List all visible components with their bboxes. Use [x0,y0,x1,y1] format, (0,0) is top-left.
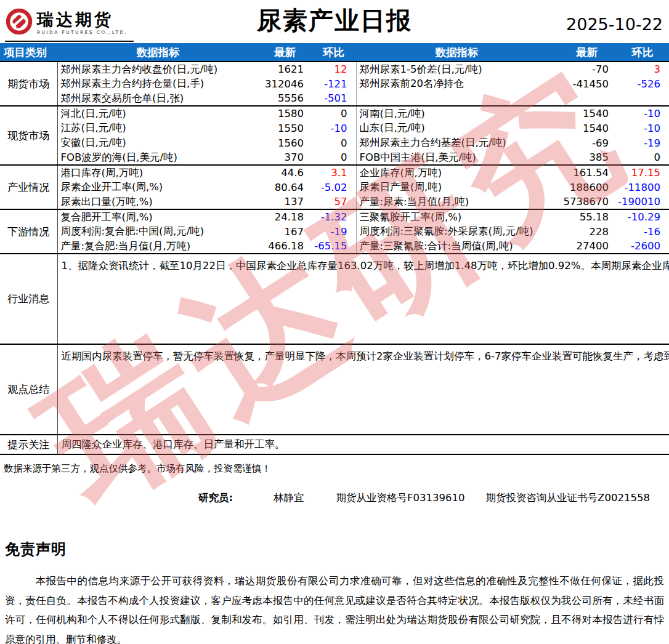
table-row: 下游情况复合肥开工率(周,%)24.18-1.32三聚氰胺开工率(周,%)55.… [0,209,669,224]
latest-value-cell: -69 [558,135,616,150]
indicator-cell: 江苏(日,元/吨) [57,121,259,135]
col-header-latest-left: 最新 [259,43,311,62]
latest-value-cell: 1621 [259,62,311,76]
latest-value-cell: 312046 [259,76,311,91]
indicator-cell: 三聚氰胺开工率(周,%) [356,209,558,224]
indicator-cell: 郑州尿素1-5价差(日,元/吨) [356,62,558,76]
col-header-latest-right: 最新 [558,43,616,62]
indicator-cell: 产量:复合肥:当月值(月,万吨) [57,239,259,254]
table-row: 期货市场郑州尿素主力合约收盘价(日,元/吨)162112郑州尿素1-5价差(日,… [0,62,669,76]
col-header-change-left: 环比 [311,43,356,62]
latest-value-cell: 228 [558,224,616,239]
category-cell: 现货市场 [0,106,57,165]
indicator-cell: 郑州尿素主力合约收盘价(日,元/吨) [57,62,259,76]
indicator-cell: 郑州尿素交易所仓单(日,张) [57,91,259,106]
report-header: 瑞达期货 RUIDA FUTURES CO.,LTD. 尿素产业日报 2025-… [0,0,669,43]
latest-value-cell: 161.54 [558,165,616,180]
table-row: 郑州尿素交易所仓单(日,张)5556-501 [0,91,669,106]
change-value-cell: -10 [616,106,669,121]
latest-value-cell: 5738670 [558,195,616,209]
table-row: 现货市场河北(日,元/吨)15800河南(日,元/吨)1540-10 [0,106,669,121]
indicator-cell: 尿素日产量(周,吨) [356,180,558,195]
latest-value-cell: 167 [259,224,311,239]
latest-value-cell: 24.18 [259,209,311,224]
table-row: 江苏(日,元/吨)1550-10山东(日,元/吨)1540-10 [0,121,669,135]
latest-value-cell: -70 [558,62,616,76]
researcher-name: 林静宜 [274,491,304,505]
indicator-cell: 周度利润:三聚氰胺:外采尿素(周,元/吨) [356,224,558,239]
indicator-cell: 周度利润:复合肥:中国(周,元/吨) [57,224,259,239]
latest-value-cell: 1540 [558,121,616,135]
latest-value-cell: -41450 [558,76,616,91]
indicator-cell: 山东(日,元/吨) [356,121,558,135]
qualification-number: 期货从业资格号F03139610 [336,491,465,505]
latest-value-cell: 188600 [558,180,616,195]
latest-value-cell: 137 [259,195,311,209]
change-value-cell: -16 [616,224,669,239]
change-value-cell: -1.32 [311,209,356,224]
latest-value-cell: 466.18 [259,239,311,254]
focus-row: 提示关注 周四隆众企业库存、港口库存、日产量和开工率。 [0,435,669,454]
indicator-cell: 企业库存(周,万吨) [356,165,558,180]
change-value-cell: -501 [311,91,356,106]
latest-value-cell: 55.18 [558,209,616,224]
change-value-cell: -11800 [616,180,669,195]
change-value-cell: 12 [311,62,356,76]
indicator-cell: 河北(日,元/吨) [57,106,259,121]
latest-value-cell: 370 [259,150,311,165]
data-source-note: 数据来源于第三方，观点仅供参考。市场有风险，投资需谨慎！ [0,455,669,475]
change-value-cell: 3.1 [311,165,356,180]
advisory-cert-number: 期货投资咨询从业证书号Z0021558 [486,491,650,505]
change-value-cell: -10.29 [616,209,669,224]
indicator-cell: 产量:尿素:当月值(月,吨) [356,195,558,209]
category-cell: 观点总结 [0,344,57,435]
category-cell: 产业情况 [0,165,57,209]
change-value-cell: -526 [616,76,669,91]
viewpoint-summary-text: 近期国内尿素装置停车，暂无停车装置恢复，产量明显下降，本周预计2家企业装置计划停… [58,347,669,432]
indicator-cell: 产量:三聚氰胺:合计:当周值(周,吨) [356,239,558,254]
viewpoint-summary-row: 观点总结 近期国内尿素装置停车，暂无停车装置恢复，产量明显下降，本周预计2家企业… [0,344,669,435]
focus-text: 周四隆众企业库存、港口库存、日产量和开工率。 [57,435,669,454]
latest-value-cell: 1560 [259,135,311,150]
indicator-cell: 复合肥开工率(周,%) [57,209,259,224]
indicator-cell: 港口库存(周,万吨) [57,165,259,180]
change-value-cell: -10 [616,121,669,135]
change-value-cell: -190010 [616,195,669,209]
change-value-cell: -5.02 [311,180,356,195]
col-header-indicator-right: 数据指标 [356,43,558,62]
table-row: FOB波罗的海(日,美元/吨)3700FOB中国主港(日,美元/吨)3850 [0,150,669,165]
indicator-cell [356,91,558,106]
latest-value-cell: 80.64 [259,180,311,195]
latest-value-cell: 5556 [259,91,311,106]
table-row: 尿素出口量(万吨,%)13757产量:尿素:当月值(月,吨)5738670-19… [0,195,669,209]
latest-value-cell: 44.6 [259,165,311,180]
table-row: 产业情况港口库存(周,万吨)44.63.1企业库存(周,万吨)161.5417.… [0,165,669,180]
col-header-change-right: 环比 [616,43,669,62]
change-value-cell: -19 [311,224,356,239]
change-value-cell: 0 [616,150,669,165]
latest-value-cell: 1580 [259,106,311,121]
table-header-row: 项目类别 数据指标 最新 环比 数据指标 最新 环比 [0,43,669,62]
change-value-cell: -121 [311,76,356,91]
change-value-cell: -65.15 [311,239,356,254]
change-value-cell: 3 [616,62,669,76]
change-value-cell: -2600 [616,239,669,254]
disclaimer-body: 本报告中的信息均来源于公开可获得资料，瑞达期货股份有限公司力求准确可靠，但对这些… [5,571,664,644]
change-value-cell [616,91,669,106]
change-value-cell: 0 [311,150,356,165]
report-date: 2025-10-22 [566,15,663,34]
indicator-cell: 尿素企业开工率(周,%) [57,180,259,195]
col-header-indicator-left: 数据指标 [57,43,259,62]
indicator-cell: 郑州尿素前20名净持仓 [356,76,558,91]
indicator-cell: FOB中国主港(日,美元/吨) [356,150,558,165]
category-cell: 提示关注 [0,435,57,454]
col-header-category: 项目类别 [0,43,57,62]
change-value-cell: 17.15 [616,165,669,180]
category-cell: 期货市场 [0,62,57,106]
latest-value-cell [558,91,616,106]
table-row: 安徽(日,元/吨)15600郑州尿素主力合约基差(日,元/吨)-69-19 [0,135,669,150]
latest-value-cell: 27400 [558,239,616,254]
report-page: 瑞达研究 瑞达期货 RUIDA FUTURES CO.,LTD. 尿素产业日报 … [0,0,669,644]
change-value-cell: 57 [311,195,356,209]
indicator-cell: 尿素出口量(万吨,%) [57,195,259,209]
